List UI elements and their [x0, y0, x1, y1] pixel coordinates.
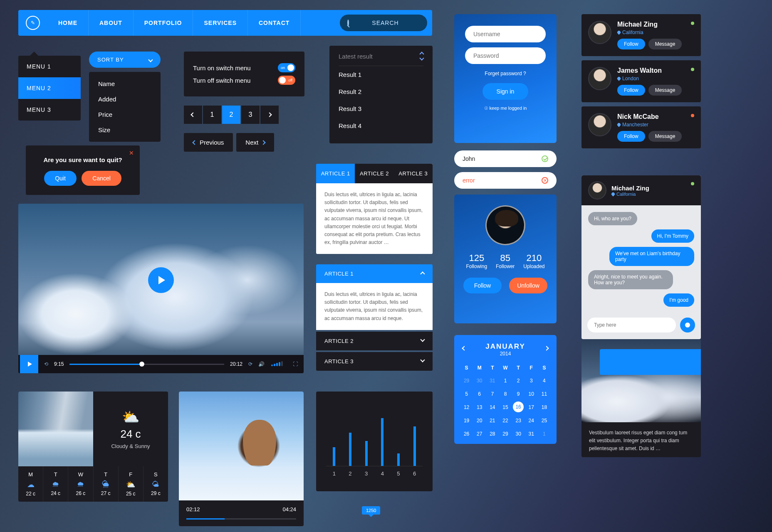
keep-logged-in[interactable]: ☉ keep me logged in: [465, 106, 546, 111]
sort-option-size[interactable]: Size: [89, 122, 161, 138]
accordion-item-2[interactable]: ARTICLE 2: [316, 332, 433, 350]
nav-services[interactable]: SERVICES: [193, 10, 248, 36]
forecast-day[interactable]: T🌦27 c: [94, 466, 119, 502]
sort-toggle[interactable]: SORT BY: [89, 52, 161, 68]
toggle-off[interactable]: off: [278, 76, 295, 85]
quit-button[interactable]: Quit: [44, 171, 77, 186]
loop-icon[interactable]: ⟳: [248, 361, 252, 367]
page-prev[interactable]: [184, 106, 202, 124]
menu-item-2[interactable]: MENU 2: [18, 77, 81, 99]
volume-icon[interactable]: 🔊: [258, 361, 265, 367]
cal-day[interactable]: 17: [526, 401, 537, 413]
forecast-day[interactable]: F⛅25 c: [119, 466, 144, 502]
toggle-on[interactable]: on: [278, 63, 295, 72]
tab-article-1[interactable]: ARTICLE 1: [316, 164, 355, 183]
nav-contact[interactable]: CONTACT: [248, 10, 301, 36]
signin-button[interactable]: Sign in: [482, 83, 529, 100]
cal-day[interactable]: 11: [539, 388, 550, 400]
result-2[interactable]: Result 2: [339, 83, 423, 100]
sort-option-name[interactable]: Name: [89, 76, 161, 91]
forecast-day[interactable]: T🌧24 c: [43, 466, 68, 502]
cal-day[interactable]: 22: [500, 415, 511, 426]
chart-bar[interactable]: [349, 433, 351, 466]
forecast-day[interactable]: W🌧26 c: [68, 466, 93, 502]
result-3[interactable]: Result 3: [339, 100, 423, 117]
track-seek[interactable]: [186, 518, 296, 520]
menu-item-3[interactable]: MENU 3: [18, 99, 81, 121]
search-box[interactable]: [340, 15, 427, 31]
result-4[interactable]: Result 4: [339, 117, 423, 134]
cancel-button[interactable]: Cancel: [82, 171, 121, 186]
cal-day[interactable]: 26: [461, 428, 472, 440]
cal-day[interactable]: 2: [513, 375, 524, 387]
cal-day[interactable]: 7: [487, 388, 498, 400]
password-field[interactable]: [465, 47, 546, 64]
sort-arrows-icon[interactable]: [420, 52, 423, 60]
message-button[interactable]: Message: [648, 131, 682, 142]
cal-day[interactable]: 23: [513, 415, 524, 426]
chart-bar[interactable]: [413, 426, 416, 466]
previous-button[interactable]: Previous: [184, 133, 233, 152]
page-1[interactable]: 1: [203, 106, 221, 124]
cal-day[interactable]: 21: [487, 415, 498, 426]
forgot-password-link[interactable]: Forget password ?: [465, 71, 546, 76]
next-button[interactable]: Next: [236, 133, 274, 152]
nav-about[interactable]: ABOUT: [89, 10, 134, 36]
cal-day[interactable]: 19: [461, 415, 472, 426]
cal-day[interactable]: 1: [500, 375, 511, 387]
cal-day-muted[interactable]: 1: [539, 428, 550, 440]
cal-day[interactable]: 18: [539, 401, 550, 413]
cal-day[interactable]: 31: [526, 428, 537, 440]
accordion-open-header[interactable]: ARTICLE 1: [316, 264, 433, 283]
cal-day[interactable]: 12: [461, 401, 472, 413]
close-icon[interactable]: ✕: [129, 150, 134, 156]
cal-day-muted[interactable]: 30: [474, 375, 485, 387]
cal-day[interactable]: 15: [500, 401, 511, 413]
field-error[interactable]: error✕: [454, 172, 557, 189]
result-1[interactable]: Result 1: [339, 66, 423, 83]
cal-day[interactable]: 9: [513, 388, 524, 400]
cal-day-muted[interactable]: 29: [461, 375, 472, 387]
page-2[interactable]: 2: [222, 106, 240, 124]
nav-home[interactable]: HOME: [47, 10, 89, 36]
follow-button[interactable]: Follow: [617, 131, 645, 142]
page-3[interactable]: 3: [241, 106, 260, 124]
chart-bar[interactable]: [381, 418, 384, 466]
tab-article-3[interactable]: ARTICLE 3: [394, 164, 433, 183]
cal-day[interactable]: 16: [513, 401, 524, 412]
rewind-icon[interactable]: ⟲: [44, 361, 48, 367]
cal-day[interactable]: 30: [513, 428, 524, 440]
chart-bar[interactable]: [397, 453, 400, 466]
slider-prev[interactable]: [606, 356, 611, 361]
forecast-day[interactable]: M☁22 c: [18, 466, 43, 502]
volume-bars[interactable]: [270, 361, 283, 367]
send-button[interactable]: [680, 318, 695, 332]
page-next[interactable]: [260, 106, 279, 124]
cal-day[interactable]: 27: [474, 428, 485, 440]
seek-bar[interactable]: [69, 364, 224, 365]
follow-button[interactable]: Follow: [463, 278, 502, 293]
cal-day[interactable]: 14: [487, 401, 498, 413]
cal-day[interactable]: 29: [500, 428, 511, 440]
sort-option-added[interactable]: Added: [89, 91, 161, 107]
cal-day[interactable]: 24: [526, 415, 537, 426]
forecast-day[interactable]: S🌤29 c: [144, 466, 168, 502]
nav-portfolio[interactable]: PORTFOLIO: [134, 10, 193, 36]
message-button[interactable]: Message: [648, 39, 682, 49]
cal-day[interactable]: 4: [539, 375, 550, 387]
fullscreen-icon[interactable]: ⛶: [293, 361, 298, 367]
cal-day-muted[interactable]: 31: [487, 375, 498, 387]
search-input[interactable]: [349, 20, 422, 26]
cal-day[interactable]: 20: [474, 415, 485, 426]
sort-option-price[interactable]: Price: [89, 107, 161, 122]
tab-article-2[interactable]: ARTICLE 2: [355, 164, 393, 183]
follow-button[interactable]: Follow: [617, 85, 645, 96]
cal-day[interactable]: 13: [474, 401, 485, 413]
field-valid[interactable]: John: [454, 150, 557, 167]
username-field[interactable]: [465, 26, 546, 42]
logo[interactable]: ✎: [18, 16, 47, 30]
follow-button[interactable]: Follow: [617, 39, 645, 49]
message-button[interactable]: Message: [648, 85, 682, 96]
accordion-item-3[interactable]: ARTICLE 3: [316, 352, 433, 371]
chart-bar[interactable]: [333, 447, 335, 466]
